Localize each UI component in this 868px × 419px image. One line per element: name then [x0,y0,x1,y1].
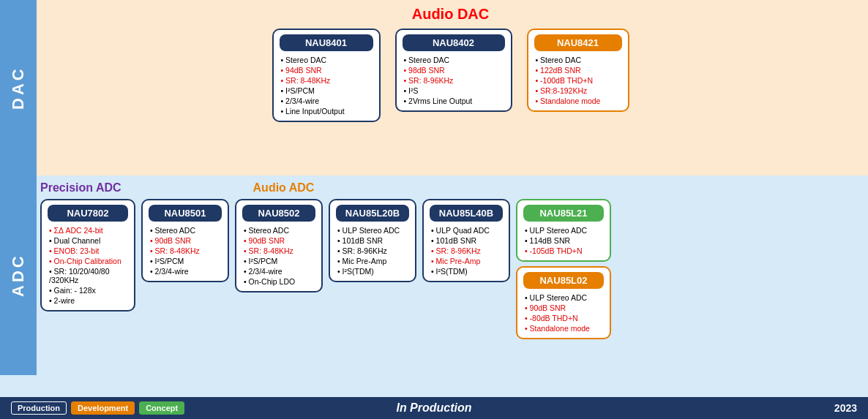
feature-item: Dual Channel [49,235,128,246]
feature-item: Mic Pre-Amp [337,256,409,266]
feature-item: On-Chip LDO [244,276,315,287]
feature-item: 2-wire [49,295,128,306]
nau85l21-card: NAU85L21 ULP Stereo ADC 114dB SNR -105dB… [516,199,611,262]
nau8421-header: NAU8421 [534,34,622,51]
feature-item: -80dB THD+N [525,313,604,323]
feature-item: 98dB SNR [404,65,505,75]
nau7802-features: ΣΔ ADC 24-bit Dual Channel ENOB: 23-bit … [48,225,128,306]
nau8401-features: Stereo DAC 94dB SNR SR: 8-48KHz I²S/PCM … [280,55,373,116]
feature-item: SR: 8-96KHz [404,75,505,86]
nau85l40b-features: ULP Quad ADC 101dB SNR SR: 8-96KHz Mic P… [430,225,503,276]
feature-item: ULP Quad ADC [431,225,503,235]
feature-item: 122dB SNR [536,65,622,75]
feature-item: SR:8-192KHz [536,86,622,96]
feature-item: Standalone mode [525,323,604,333]
nau85l20b-header: NAU85L20B [336,205,409,222]
feature-item: Stereo ADC [244,225,315,235]
feature-item: 114dB SNR [525,235,604,246]
nau8401-card: NAU8401 Stereo DAC 94dB SNR SR: 8-48KHz … [272,29,381,122]
nau85l40b-card: NAU85L40B ULP Quad ADC 101dB SNR SR: 8-9… [422,199,510,282]
legend-production-label: Production [18,404,60,412]
adc-side-label: ADC [0,175,37,375]
feature-item: SR: 8-48KHz [150,246,222,256]
nau8502-header: NAU8502 [242,205,315,222]
bottom-bar: Production Development Concept In Produc… [0,397,868,419]
dac-title: Audio DAC [40,6,861,23]
feature-item: Stereo DAC [536,55,622,65]
feature-item: Mic Pre-Amp [431,256,503,266]
nau85l02-header: NAU85L02 [523,272,604,289]
nau8501-card: NAU8501 Stereo ADC 90dB SNR SR: 8-48KHz … [141,199,229,282]
feature-item: Stereo ADC [150,225,222,235]
legend-concept-label: Concept [146,404,178,412]
feature-item: 2/3/4-wire [244,266,315,276]
feature-item: 101dB SNR [337,235,409,246]
nau85l02-card: NAU85L02 ULP Stereo ADC 90dB SNR -80dB T… [516,266,611,339]
feature-item: I²S(TDM) [431,266,503,276]
feature-item: SR: 8-96KHz [337,246,409,256]
feature-item: 90dB SNR [525,303,604,313]
feature-item: 2Vrms Line Output [404,96,505,106]
feature-item: Line Input/Output [281,106,373,116]
feature-item: I²S/PCM [150,256,222,266]
adc-titles-row: Precision ADC Audio ADC [40,181,861,195]
dac-side-label: DAC [0,0,37,175]
legend-production: Production [11,401,67,415]
audio-adc-title: Audio ADC [253,181,315,195]
adc-cards-row: NAU7802 ΣΔ ADC 24-bit Dual Channel ENOB:… [40,199,861,339]
feature-item: 90dB SNR [150,235,222,246]
dac-section: DAC Audio DAC NAU8401 Stereo DAC 94dB SN… [0,0,868,175]
feature-item: Stereo DAC [281,55,373,65]
feature-item: SR: 8-48KHz [281,75,373,86]
nau85l02-features: ULP Stereo ADC 90dB SNR -80dB THD+N Stan… [523,292,604,333]
nau8402-header: NAU8402 [403,34,505,51]
legend-development: Development [71,401,135,415]
feature-item: I²S [404,86,505,96]
nau8402-card: NAU8402 Stereo DAC 98dB SNR SR: 8-96KHz … [395,29,512,112]
right-column: NAU85L21 ULP Stereo ADC 114dB SNR -105dB… [516,199,611,339]
feature-item: I²S/PCM [244,256,315,266]
nau8502-features: Stereo ADC 90dB SNR SR: 8-48KHz I²S/PCM … [242,225,315,287]
dac-cards-row: NAU8401 Stereo DAC 94dB SNR SR: 8-48KHz … [40,29,861,122]
precision-adc-title: Precision ADC [40,181,121,195]
feature-item: ΣΔ ADC 24-bit [49,225,128,235]
nau85l40b-header: NAU85L40B [430,205,503,222]
feature-item: I²S(TDM) [337,266,409,276]
feature-item: ULP Stereo ADC [525,225,604,235]
nau7802-card: NAU7802 ΣΔ ADC 24-bit Dual Channel ENOB:… [40,199,135,312]
feature-item: Gain: - 128x [49,285,128,295]
adc-section: ADC Precision ADC Audio ADC NAU7802 ΣΔ A… [0,175,868,397]
nau85l21-header: NAU85L21 [523,205,604,222]
feature-item: 90dB SNR [244,235,315,246]
feature-item: 101dB SNR [431,235,503,246]
nau8421-card: NAU8421 Stereo DAC 122dB SNR -100dB THD+… [527,29,629,112]
nau7802-header: NAU7802 [48,205,128,222]
nau8501-features: Stereo ADC 90dB SNR SR: 8-48KHz I²S/PCM … [149,225,222,276]
legend-development-label: Development [78,404,128,412]
legend-concept: Concept [139,401,184,415]
feature-item: I²S/PCM [281,86,373,96]
feature-item: ENOB: 23-bit [49,246,128,256]
nau85l20b-card: NAU85L20B ULP Stereo ADC 101dB SNR SR: 8… [329,199,416,282]
bottom-bar-center-text: In Production [396,401,471,415]
nau85l21-features: ULP Stereo ADC 114dB SNR -105dB THD+N [523,225,604,256]
nau8402-features: Stereo DAC 98dB SNR SR: 8-96KHz I²S 2Vrm… [403,55,505,106]
nau8502-card: NAU8502 Stereo ADC 90dB SNR SR: 8-48KHz … [235,199,323,292]
feature-item: On-Chip Calibration [49,256,128,266]
feature-item: 2/3/4-wire [150,266,222,276]
nau85l20b-features: ULP Stereo ADC 101dB SNR SR: 8-96KHz Mic… [336,225,409,276]
feature-item: SR: 8-48KHz [244,246,315,256]
main-container: DAC Audio DAC NAU8401 Stereo DAC 94dB SN… [0,0,868,419]
feature-item: Stereo DAC [404,55,505,65]
feature-item: -100dB THD+N [536,75,622,86]
feature-item: Standalone mode [536,96,622,106]
feature-item: -105dB THD+N [525,246,604,256]
nau8501-header: NAU8501 [149,205,222,222]
nau8421-features: Stereo DAC 122dB SNR -100dB THD+N SR:8-1… [534,55,622,106]
feature-item: ULP Stereo ADC [337,225,409,235]
bottom-bar-year: 2023 [834,402,857,414]
nau8401-header: NAU8401 [280,34,373,51]
legend-row: Production Development Concept [11,401,184,415]
feature-item: SR: 8-96KHz [431,246,503,256]
feature-item: 2/3/4-wire [281,96,373,106]
